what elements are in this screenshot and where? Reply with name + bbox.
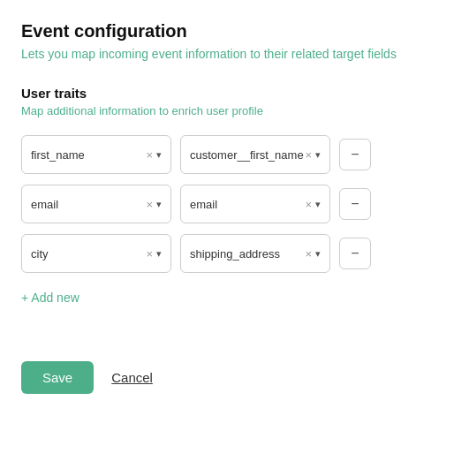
add-new-button[interactable]: + Add new [21,287,79,308]
target-chevron-icon-1[interactable]: ▾ [315,199,321,210]
target-chevron-icon-2[interactable]: ▾ [315,248,321,260]
target-value-0: customer__first_name [190,148,304,162]
save-button[interactable]: Save [21,361,94,394]
section-title: User traits [21,86,433,101]
remove-button-0[interactable]: − [339,139,371,170]
target-clear-icon-2[interactable]: × [305,248,312,260]
target-select-2[interactable]: shipping_address × ▾ [180,234,330,273]
target-value-2: shipping_address [190,247,280,261]
source-clear-icon-1[interactable]: × [146,199,153,210]
source-clear-icon-0[interactable]: × [146,149,153,161]
source-clear-icon-2[interactable]: × [146,248,153,260]
page-title: Event configuration [21,21,433,42]
section-subtitle: Map additional information to enrich use… [21,104,433,117]
mapping-row: first_name × ▾ customer__first_name × ▾ … [21,135,433,174]
target-select-0[interactable]: customer__first_name × ▾ [180,135,330,174]
source-chevron-icon-1[interactable]: ▾ [156,199,162,210]
target-value-1: email [190,198,217,211]
target-chevron-icon-0[interactable]: ▾ [315,149,321,161]
target-clear-icon-1[interactable]: × [305,199,312,210]
source-value-2: city [31,247,49,261]
cancel-button[interactable]: Cancel [111,370,153,385]
source-select-1[interactable]: email × ▾ [21,185,171,223]
source-value-1: email [31,198,58,211]
footer-actions: Save Cancel [21,361,433,394]
source-select-2[interactable]: city × ▾ [21,234,171,273]
target-select-1[interactable]: email × ▾ [180,185,330,223]
source-chevron-icon-2[interactable]: ▾ [156,248,162,260]
mapping-rows: first_name × ▾ customer__first_name × ▾ … [21,135,433,273]
source-select-0[interactable]: first_name × ▾ [21,135,171,174]
target-clear-icon-0[interactable]: × [305,149,312,161]
mapping-row: city × ▾ shipping_address × ▾ − [21,234,433,273]
remove-button-2[interactable]: − [339,238,371,269]
remove-button-1[interactable]: − [339,188,371,220]
page-subtitle: Lets you map incoming event information … [21,47,433,61]
mapping-row: email × ▾ email × ▾ − [21,185,433,223]
source-value-0: first_name [31,148,85,162]
source-chevron-icon-0[interactable]: ▾ [156,149,162,161]
